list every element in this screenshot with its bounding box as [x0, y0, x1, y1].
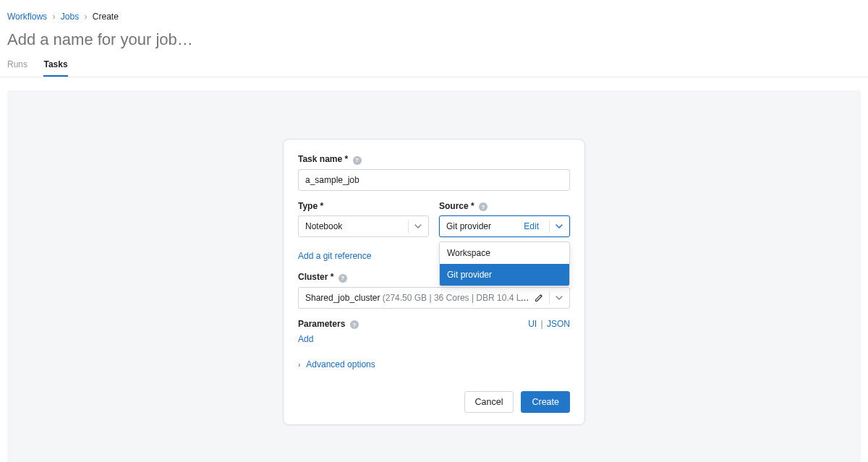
source-value: Git provider [446, 221, 491, 231]
tabs: Runs Tasks [0, 55, 868, 77]
separator [549, 220, 550, 233]
advanced-options-toggle[interactable]: › Advanced options [298, 359, 570, 369]
chevron-down-icon [556, 223, 563, 230]
chevron-down-icon [556, 294, 563, 301]
task-canvas: Task name * ? Type * Notebook [7, 90, 861, 462]
cluster-value: Shared_job_cluster (274.50 GB | 36 Cores… [305, 293, 530, 303]
breadcrumb-workflows[interactable]: Workflows [7, 12, 47, 22]
source-option-workspace[interactable]: Workspace [440, 242, 569, 264]
help-icon[interactable]: ? [353, 156, 362, 165]
separator [549, 291, 550, 304]
task-name-label: Task name * ? [298, 154, 570, 165]
source-option-git-provider[interactable]: Git provider [440, 264, 569, 286]
cancel-button[interactable]: Cancel [464, 391, 514, 413]
type-value: Notebook [305, 221, 342, 231]
parameters-label: Parameters ? [298, 319, 359, 330]
breadcrumb-sep-icon: › [49, 12, 58, 22]
breadcrumb-jobs[interactable]: Jobs [61, 12, 79, 22]
cluster-select[interactable]: Shared_job_cluster (274.50 GB | 36 Cores… [298, 287, 570, 309]
source-dropdown: Workspace Git provider [439, 241, 570, 286]
advanced-options-label: Advanced options [306, 359, 375, 369]
modal-footer: Cancel Create [298, 391, 570, 413]
breadcrumb: Workflows › Jobs › Create [0, 0, 868, 22]
parameters-json-toggle[interactable]: JSON [547, 319, 570, 329]
create-button[interactable]: Create [521, 391, 570, 413]
edit-icon[interactable] [535, 294, 543, 302]
task-form-modal: Task name * ? Type * Notebook [283, 139, 585, 425]
parameters-ui-toggle[interactable]: UI [528, 319, 537, 329]
help-icon[interactable]: ? [339, 274, 347, 283]
chevron-down-icon [414, 223, 422, 230]
chevron-right-icon: › [298, 361, 300, 369]
source-label: Source * ? [439, 201, 570, 212]
task-name-input[interactable] [298, 169, 570, 191]
tab-tasks[interactable]: Tasks [43, 55, 67, 77]
help-icon[interactable]: ? [479, 202, 488, 211]
separator: | [540, 319, 545, 329]
help-icon[interactable]: ? [350, 320, 359, 329]
breadcrumb-sep-icon: › [82, 12, 90, 22]
type-label: Type * [298, 201, 429, 211]
breadcrumb-current: Create [93, 12, 119, 22]
parameters-view-toggle: UI | JSON [528, 319, 570, 329]
source-select[interactable]: Git provider Edit [439, 215, 570, 237]
add-git-reference-link[interactable]: Add a git reference [298, 251, 371, 261]
job-name-input[interactable] [0, 22, 362, 55]
parameters-add-link[interactable]: Add [298, 334, 313, 344]
type-select[interactable]: Notebook [298, 215, 429, 237]
tab-runs[interactable]: Runs [7, 55, 27, 75]
separator [408, 220, 409, 233]
source-edit-link[interactable]: Edit [524, 221, 539, 231]
